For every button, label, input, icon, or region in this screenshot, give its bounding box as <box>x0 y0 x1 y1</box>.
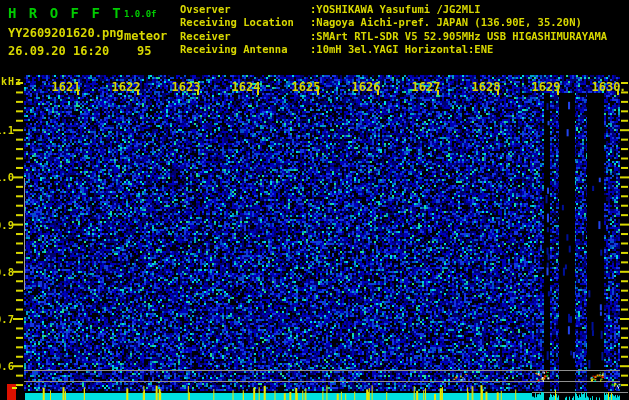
station-info-row: Ovserver:YOSHIKAWA Yasufumi /JG2MLI <box>180 3 607 16</box>
info-value: :Nagoya Aichi-pref. JAPAN (136.90E, 35.2… <box>310 16 582 28</box>
y-axis-tick-label: 0.8 <box>0 266 14 278</box>
x-axis-tick-label: 1628 <box>466 80 506 94</box>
record-datetime: 26.09.20 16:20 <box>8 44 109 58</box>
x-axis-tick-label: 1625 <box>286 80 326 94</box>
station-info-row: Receiving Antenna:10mH 3el.YAGI Horizont… <box>180 43 607 56</box>
x-axis-tick-label: 1626 <box>346 80 386 94</box>
output-filename: YY2609201620.png <box>8 26 124 40</box>
info-value: :SMArt RTL-SDR V5 52.905MHz USB HIGASHIM… <box>310 30 607 42</box>
y-axis-tick-label: 1.1 <box>0 124 14 136</box>
x-axis-tick-label: 1627 <box>406 80 446 94</box>
y-axis-tick-label: 0.9 <box>0 219 14 231</box>
station-info-row: Receiver:SMArt RTL-SDR V5 52.905MHz USB … <box>180 30 607 43</box>
x-axis-trailing-mark: . <box>619 80 626 94</box>
spectrogram-canvas <box>0 0 629 400</box>
y-axis-tick-label: 1.0 <box>0 171 14 183</box>
info-label: Receiving Location <box>180 16 310 29</box>
info-value: :10mH 3el.YAGI Horizontal:ENE <box>310 43 493 55</box>
meteor-count: 95 <box>137 44 151 58</box>
station-info-block: Ovserver:YOSHIKAWA Yasufumi /JG2MLIRecei… <box>180 3 607 57</box>
x-axis-tick-label: 1621 <box>46 80 86 94</box>
y-axis-unit-label: kHz <box>1 76 22 87</box>
y-axis-tick-label: 0.6 <box>0 360 14 372</box>
x-axis-tick-label: 1622 <box>106 80 146 94</box>
info-label: Receiving Antenna <box>180 43 310 56</box>
app-version: 1.0.0f <box>124 9 157 19</box>
y-axis-tick-label: 0.7 <box>0 313 14 325</box>
info-value: :YOSHIKAWA Yasufumi /JG2MLI <box>310 3 481 15</box>
x-axis-tick-label: 1629 <box>526 80 566 94</box>
x-axis-tick-label: 1624 <box>226 80 266 94</box>
app-title: H R O F F T <box>8 5 123 21</box>
hrofft-screen: H R O F F T 1.0.0f YY2609201620.png mete… <box>0 0 629 400</box>
x-axis-tick-label: 1623 <box>166 80 206 94</box>
mode-label: meteor <box>124 29 167 43</box>
station-info-row: Receiving Location:Nagoya Aichi-pref. JA… <box>180 16 607 29</box>
info-label: Receiver <box>180 30 310 43</box>
info-label: Ovserver <box>180 3 310 16</box>
